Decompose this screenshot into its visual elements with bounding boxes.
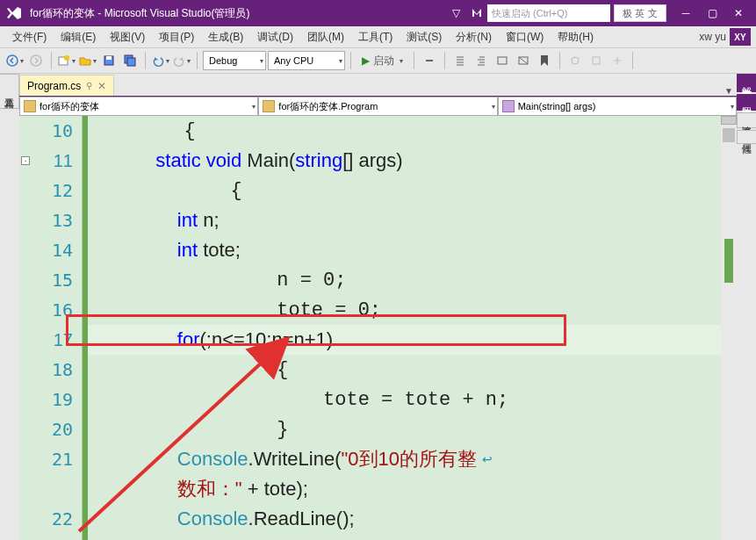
toolbar: Debug Any CPU ▶启动: [0, 47, 756, 74]
menu-debug[interactable]: 调试(D): [250, 26, 300, 47]
scroll-thumb[interactable]: [723, 128, 735, 142]
scroll-change-marker: [724, 239, 733, 283]
indent-less-icon[interactable]: [450, 51, 470, 70]
code-line: static void Main(string[] args): [88, 146, 737, 176]
vs-logo-icon: [5, 4, 23, 22]
svg-point-3: [64, 55, 69, 61]
save-all-button[interactable]: [120, 51, 140, 70]
line-number: 14: [19, 235, 82, 265]
nav-forward-button[interactable]: [26, 51, 46, 70]
code-line: }: [88, 414, 737, 444]
nav-project-label: for循环的变体: [40, 100, 99, 113]
bookmark-icon[interactable]: [535, 51, 554, 70]
menu-window[interactable]: 窗口(W): [499, 26, 551, 47]
code-navigation-bar: for循环的变体 for循环的变体.Program Main(string[] …: [19, 97, 737, 116]
menu-file[interactable]: 文件(F): [5, 26, 54, 47]
close-button[interactable]: ✕: [726, 4, 751, 22]
svg-rect-12: [593, 57, 600, 64]
line-number: 18: [19, 355, 82, 385]
menu-test[interactable]: 测试(S): [400, 26, 449, 47]
tab-close-icon[interactable]: ✕: [97, 80, 106, 92]
code-line: n = 0;: [88, 265, 737, 295]
menu-view[interactable]: 视图(V): [103, 26, 152, 47]
code-line: int tote;: [88, 235, 737, 265]
start-debug-button[interactable]: ▶启动: [356, 51, 408, 70]
line-number: 10: [19, 116, 82, 146]
menu-team[interactable]: 团队(M): [300, 26, 351, 47]
new-project-button[interactable]: [57, 51, 76, 70]
svg-rect-5: [106, 56, 112, 60]
menu-tools[interactable]: 工具(T): [351, 26, 400, 47]
code-line: }: [88, 534, 737, 540]
line-number: 12: [19, 176, 82, 205]
code-editor[interactable]: 10 -11 12 13 14 15 16 💡17 18 19 20 21 22…: [19, 116, 737, 540]
title-dropdown-icon[interactable]: ▽: [445, 3, 466, 24]
open-file-button[interactable]: [78, 51, 97, 70]
step-into-icon[interactable]: [420, 51, 439, 70]
nav-method-label: Main(string[] args): [518, 101, 596, 112]
title-bar: for循环的变体 - Microsoft Visual Studio(管理员) …: [0, 0, 756, 26]
menu-help[interactable]: 帮助(H): [551, 26, 601, 47]
menu-analyze[interactable]: 分析(N): [449, 26, 499, 47]
undo-button[interactable]: [151, 51, 170, 70]
document-tabs: Program.cs ⚲ ✕ ▼: [19, 74, 737, 97]
toolbar-ext1-icon[interactable]: [565, 51, 585, 70]
vertical-scrollbar[interactable]: [721, 116, 737, 540]
solution-explorer-tab[interactable]: 解决方案资源管理器: [737, 74, 756, 92]
config-dropdown[interactable]: Debug: [203, 51, 266, 70]
code-line: {: [88, 355, 737, 385]
tab-label: Program.cs: [27, 80, 81, 92]
comment-icon[interactable]: [493, 51, 512, 70]
line-number-gutter: 10 -11 12 13 14 15 16 💡17 18 19 20 21 22…: [19, 116, 83, 540]
notifications-icon[interactable]: [466, 3, 487, 24]
code-line: Console.WriteLine("0到10的所有整↩: [88, 444, 737, 474]
class-icon: [263, 100, 275, 112]
nav-class-label: for循环的变体.Program: [278, 100, 378, 113]
ime-indicator[interactable]: 极 英 文: [614, 4, 666, 22]
toolbar-ext2-icon[interactable]: [587, 51, 606, 70]
platform-dropdown[interactable]: Any CPU: [268, 51, 345, 70]
code-line: tote = tote + n;: [88, 385, 737, 414]
line-number: 23: [19, 534, 82, 540]
line-number: 💡17: [19, 325, 82, 355]
line-number: 16: [19, 295, 82, 325]
svg-point-11: [572, 57, 579, 64]
word-wrap-icon: ↩: [482, 452, 493, 466]
code-content[interactable]: { static void Main(string[] args) { int …: [88, 116, 737, 540]
diagnostics-tab[interactable]: 诊断工具: [737, 112, 756, 128]
outline-collapse-icon[interactable]: -: [21, 156, 30, 165]
code-line: int n;: [88, 205, 737, 235]
uncomment-icon[interactable]: [514, 51, 533, 70]
split-handle[interactable]: [721, 116, 737, 125]
line-number: 13: [19, 205, 82, 235]
quick-launch-input[interactable]: 快速启动 (Ctrl+Q): [487, 4, 610, 22]
user-name[interactable]: xw yu: [699, 31, 726, 43]
code-line: {: [88, 116, 737, 146]
pin-icon[interactable]: ⚲: [86, 81, 92, 90]
line-number: 22: [19, 504, 82, 534]
maximize-button[interactable]: ▢: [700, 4, 724, 22]
code-line: for(;n<=10;n=n+1): [88, 325, 737, 355]
indent-more-icon[interactable]: [472, 51, 491, 70]
save-button[interactable]: [99, 51, 119, 70]
minimize-button[interactable]: ─: [673, 4, 698, 22]
svg-rect-7: [127, 58, 135, 66]
menu-edit[interactable]: 编辑(E): [54, 26, 103, 47]
nav-back-button[interactable]: [5, 51, 25, 70]
menu-build[interactable]: 生成(B): [201, 26, 250, 47]
code-line: {: [88, 176, 737, 205]
nav-project-dropdown[interactable]: for循环的变体: [19, 97, 258, 116]
nav-method-dropdown[interactable]: Main(string[] args): [498, 97, 737, 116]
team-explorer-tab[interactable]: 团队资源管理器: [737, 94, 756, 111]
code-line: Console.ReadLine();: [88, 504, 737, 534]
line-number: 19: [19, 385, 82, 414]
nav-class-dropdown[interactable]: for循环的变体.Program: [258, 97, 497, 116]
menu-project[interactable]: 项目(P): [152, 26, 201, 47]
toolbar-ext3-icon[interactable]: [608, 51, 627, 70]
user-badge[interactable]: XY: [730, 28, 751, 46]
tabs-overflow-icon[interactable]: ▼: [724, 86, 733, 96]
properties-tab[interactable]: 属性: [737, 130, 756, 144]
tab-program-cs[interactable]: Program.cs ⚲ ✕: [19, 75, 114, 96]
redo-button[interactable]: [172, 51, 191, 70]
toolbox-tab[interactable]: 工具箱: [0, 74, 19, 109]
